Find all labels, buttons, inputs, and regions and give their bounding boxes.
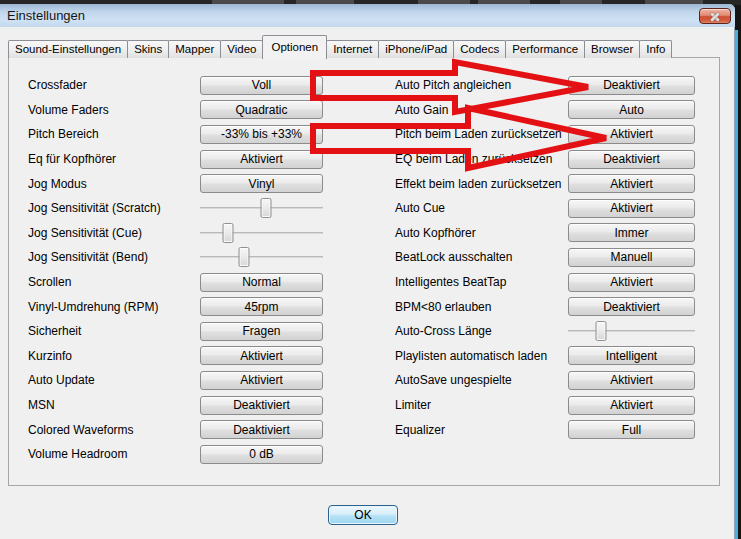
setting-label: Jog Sensitivität (Scratch) [10, 201, 200, 215]
setting-label: Pitch beim Laden zurücksetzen [385, 127, 568, 141]
tab-bar: Sound-Einstellungen Skins Mapper Video O… [8, 34, 671, 58]
setting-label: Pitch Bereich [10, 127, 200, 141]
slider-track[interactable] [200, 232, 323, 234]
jog-sensitivity-scratch-slider[interactable] [200, 197, 323, 219]
settings-row: Auto Kopfhörer Immer [385, 221, 695, 246]
title-bar: Einstellungen [0, 4, 735, 27]
setting-label: Crossfader [10, 78, 200, 92]
auto-gain-button[interactable]: Auto [568, 100, 695, 119]
setting-label: Scrollen [10, 275, 200, 289]
ok-button[interactable]: OK [328, 505, 398, 525]
setting-label: EQ beim Laden zurücksetzen [385, 152, 568, 166]
autosave-button[interactable]: Aktiviert [568, 371, 695, 390]
jog-sensitivity-bend-slider[interactable] [200, 246, 323, 268]
tab-info[interactable]: Info [639, 40, 672, 58]
tab-sound-einstellungen[interactable]: Sound-Einstellungen [8, 40, 128, 58]
settings-row: MSN Deaktiviert [10, 393, 323, 418]
jog-mode-button[interactable]: Vinyl [200, 174, 323, 193]
effect-reset-on-load-button[interactable]: Aktiviert [568, 174, 695, 193]
settings-row: Auto Cue Aktiviert [385, 196, 695, 221]
close-icon [710, 11, 721, 22]
playlist-autoload-button[interactable]: Intelligent [568, 346, 695, 365]
setting-label: Jog Sensitivität (Cue) [10, 226, 200, 240]
settings-row: Effekt beim laden zurücksetzen Aktiviert [385, 171, 695, 196]
settings-row: BPM<80 erlauben Deaktiviert [385, 294, 695, 319]
tooltip-button[interactable]: Aktiviert [200, 346, 323, 365]
colored-waveforms-button[interactable]: Deaktiviert [200, 420, 323, 439]
settings-row: Playlisten automatisch laden Intelligent [385, 344, 695, 369]
setting-label: Volume Faders [10, 103, 200, 117]
dialog-title: Einstellungen [0, 8, 85, 23]
tab-iphone-ipad[interactable]: iPhone/iPad [378, 40, 454, 58]
equalizer-button[interactable]: Full [568, 420, 695, 439]
settings-row: Volume Faders Quadratic [10, 98, 323, 123]
settings-row: Sicherheit Fragen [10, 319, 323, 344]
settings-row: Intelligentes BeatTap Aktiviert [385, 270, 695, 295]
auto-headphone-button[interactable]: Immer [568, 223, 695, 242]
settings-row: Pitch Bereich -33% bis +33% [10, 122, 323, 147]
jog-sensitivity-cue-slider[interactable] [200, 222, 323, 244]
settings-row: EQ beim Laden zurücksetzen Deaktiviert [385, 147, 695, 172]
options-column-left: Crossfader Voll Volume Faders Quadratic … [10, 73, 323, 467]
slider-track[interactable] [200, 256, 323, 258]
setting-label: Vinyl-Umdrehung (RPM) [10, 300, 200, 314]
setting-label: Colored Waveforms [10, 423, 200, 437]
tab-mapper[interactable]: Mapper [168, 40, 221, 58]
auto-update-button[interactable]: Aktiviert [200, 371, 323, 390]
pitch-reset-on-load-button[interactable]: Aktiviert [568, 125, 695, 144]
beattap-button[interactable]: Aktiviert [568, 273, 695, 292]
setting-label: Kurzinfo [10, 349, 200, 363]
tab-performance[interactable]: Performance [505, 40, 585, 58]
security-button[interactable]: Fragen [200, 322, 323, 341]
settings-row: AutoSave ungespielte Aktiviert [385, 368, 695, 393]
settings-row: Volume Headroom 0 dB [10, 442, 323, 467]
settings-row: Auto Gain Auto [385, 98, 695, 123]
slider-track[interactable] [568, 330, 695, 332]
options-column-right: Auto Pitch angleichen Deaktiviert Auto G… [385, 73, 695, 442]
auto-cross-length-slider[interactable] [568, 320, 695, 342]
tab-internet[interactable]: Internet [326, 40, 379, 58]
eq-reset-on-load-button[interactable]: Deaktiviert [568, 150, 695, 169]
vinyl-rpm-button[interactable]: 45rpm [200, 297, 323, 316]
scroll-button[interactable]: Normal [200, 273, 323, 292]
bpm80-button[interactable]: Deaktiviert [568, 297, 695, 316]
slider-thumb[interactable] [596, 321, 607, 341]
auto-cue-button[interactable]: Aktiviert [568, 199, 695, 218]
setting-label: AutoSave ungespielte [385, 373, 568, 387]
settings-dialog: Einstellungen Sound-Einstellungen Skins … [0, 4, 735, 539]
setting-label: Limiter [385, 398, 568, 412]
setting-label: Sicherheit [10, 324, 200, 338]
setting-label: Auto-Cross Länge [385, 324, 568, 338]
settings-row: Jog Sensitivität (Cue) [10, 221, 323, 246]
settings-row: Vinyl-Umdrehung (RPM) 45rpm [10, 294, 323, 319]
slider-thumb[interactable] [223, 223, 234, 243]
pitch-range-button[interactable]: -33% bis +33% [200, 125, 323, 144]
tab-optionen[interactable]: Optionen [262, 35, 327, 59]
close-button[interactable] [699, 8, 731, 24]
tab-browser[interactable]: Browser [584, 40, 640, 58]
setting-label: Auto Update [10, 373, 200, 387]
auto-pitch-button[interactable]: Deaktiviert [568, 76, 695, 95]
msn-button[interactable]: Deaktiviert [200, 396, 323, 415]
background-window-edge [735, 30, 738, 539]
settings-row: Crossfader Voll [10, 73, 323, 98]
slider-thumb[interactable] [239, 247, 250, 267]
settings-row: Kurzinfo Aktiviert [10, 344, 323, 369]
limiter-button[interactable]: Aktiviert [568, 396, 695, 415]
tab-video[interactable]: Video [220, 40, 263, 58]
volume-headroom-button[interactable]: 0 dB [200, 445, 323, 464]
settings-row: Auto Pitch angleichen Deaktiviert [385, 73, 695, 98]
slider-thumb[interactable] [261, 198, 272, 218]
settings-row: Limiter Aktiviert [385, 393, 695, 418]
tab-codecs[interactable]: Codecs [453, 40, 506, 58]
settings-row: Jog Modus Vinyl [10, 171, 323, 196]
eq-headphone-button[interactable]: Aktiviert [200, 150, 323, 169]
settings-row: BeatLock ausschalten Manuell [385, 245, 695, 270]
tab-skins[interactable]: Skins [127, 40, 169, 58]
beatlock-button[interactable]: Manuell [568, 248, 695, 267]
crossfader-button[interactable]: Voll [200, 76, 323, 95]
setting-label: Equalizer [385, 423, 568, 437]
setting-label: Jog Modus [10, 177, 200, 191]
volume-faders-button[interactable]: Quadratic [200, 100, 323, 119]
setting-label: BPM<80 erlauben [385, 300, 568, 314]
